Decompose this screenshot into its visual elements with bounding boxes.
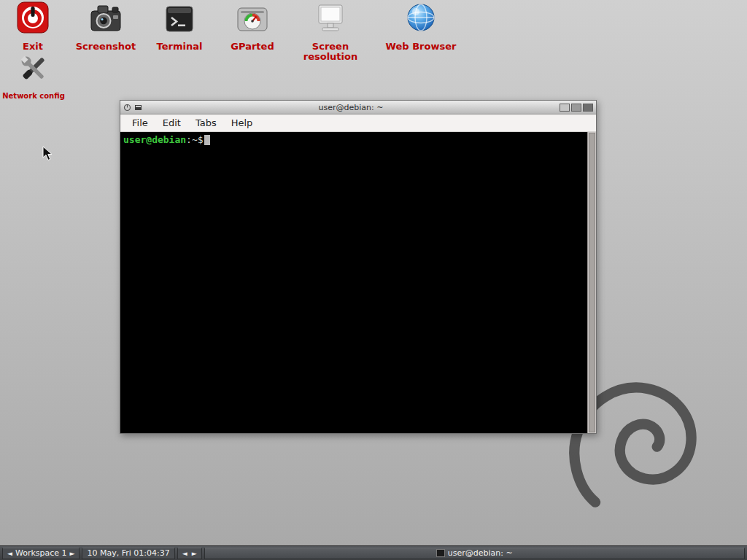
clock: 10 May, Fri 01:04:37 xyxy=(82,548,174,559)
workspace-next-button[interactable]: ► xyxy=(70,548,75,559)
gparted-gauge-icon xyxy=(235,1,270,36)
desktop-icon-label: Network config xyxy=(0,91,77,101)
terminal-output-area[interactable]: user@debian:~$ xyxy=(120,132,596,433)
tasklist-prev-button[interactable]: ◄ xyxy=(182,548,187,559)
menu-file[interactable]: File xyxy=(125,116,155,130)
task-button-icon xyxy=(436,549,445,557)
workspace-prev-button[interactable]: ◄ xyxy=(7,548,12,559)
window-shade-icon[interactable] xyxy=(123,104,131,112)
terminal-scrollbar[interactable] xyxy=(587,132,596,433)
desktop-icon-label: Screen resolution xyxy=(287,42,374,62)
terminal-window: user@debian: ~ File Edit Tabs Help user@… xyxy=(120,100,597,434)
globe-icon xyxy=(403,1,438,36)
prompt-line: user@debian:~$ xyxy=(123,134,210,145)
prompt-suffix: :~$ xyxy=(186,134,203,145)
workspace-switcher: ◄ Workspace 1 ► xyxy=(2,548,80,559)
minimize-button[interactable] xyxy=(560,104,570,112)
prompt-user: user@debian xyxy=(123,134,186,145)
tasklist-next-button[interactable]: ► xyxy=(192,548,197,559)
menu-tabs[interactable]: Tabs xyxy=(188,116,224,130)
window-menu-icon[interactable] xyxy=(134,104,142,112)
exit-power-icon xyxy=(15,1,50,36)
tools-icon xyxy=(16,51,51,86)
taskbar: ◄ Workspace 1 ► 10 May, Fri 01:04:37 ◄ ►… xyxy=(0,545,747,560)
desktop-icon-network-config[interactable]: Network config xyxy=(0,51,77,101)
close-button[interactable] xyxy=(583,104,593,112)
camera-icon xyxy=(88,1,123,36)
workspace-label[interactable]: Workspace 1 xyxy=(15,548,67,558)
tasklist-scroll: ◄ ► xyxy=(177,548,202,559)
desktop: { "desktop": { "icons": [ {"label": "Exi… xyxy=(0,0,747,560)
clock-text: 10 May, Fri 01:04:37 xyxy=(87,548,169,558)
desktop-icon-label: GParted xyxy=(209,42,296,52)
task-button-terminal[interactable]: user@debian: ~ xyxy=(204,548,745,559)
desktop-icon-gparted[interactable]: GParted xyxy=(209,1,296,52)
monitor-icon xyxy=(313,1,348,36)
terminal-icon xyxy=(162,1,197,36)
terminal-cursor xyxy=(204,135,210,145)
desktop-icon-screen-resolution[interactable]: Screen resolution xyxy=(287,1,374,62)
terminal-menubar: File Edit Tabs Help xyxy=(120,114,596,132)
desktop-icon-label: Web Browser xyxy=(377,42,465,52)
menu-help[interactable]: Help xyxy=(224,116,260,130)
menu-edit[interactable]: Edit xyxy=(155,116,188,130)
maximize-button[interactable] xyxy=(571,104,581,112)
window-title: user@debian: ~ xyxy=(145,103,557,112)
mouse-pointer xyxy=(42,146,55,162)
window-titlebar[interactable]: user@debian: ~ xyxy=(120,101,596,114)
scrollbar-thumb[interactable] xyxy=(589,133,595,432)
desktop-icon-web-browser[interactable]: Web Browser xyxy=(377,1,465,52)
task-button-title: user@debian: ~ xyxy=(448,548,513,558)
